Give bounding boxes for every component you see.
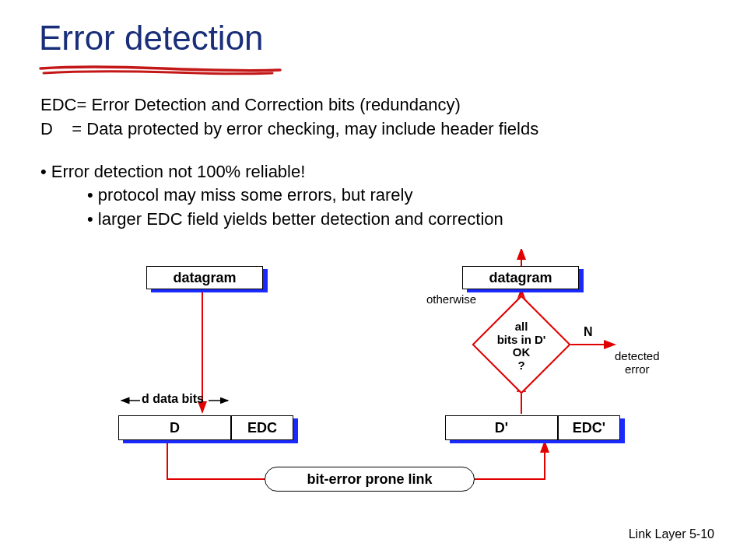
packet-EDC-label: EDC: [230, 420, 294, 436]
bullet-larger-edc: • larger EDC field yields better detecti…: [87, 208, 717, 232]
no-label: N: [584, 325, 593, 339]
detected-error-label: detected error: [615, 350, 660, 376]
datagram-box-sender: datagram: [146, 266, 263, 289]
body-text-block: EDC= Error Detection and Correction bits…: [40, 93, 717, 232]
datagram-box-receiver: datagram: [462, 266, 579, 289]
title-underline: [39, 64, 288, 78]
packet-EDCprime-label: EDC': [557, 420, 621, 436]
bullet-miss: • protocol may miss some errors, but rar…: [87, 184, 717, 208]
slide-title: Error detection: [39, 19, 264, 58]
packet-receiver: D' EDC': [445, 415, 620, 440]
packet-sender: D EDC: [118, 415, 293, 440]
link-box: bit-error prone link: [265, 467, 475, 492]
d-definition: D = Data protected by error checking, ma…: [40, 117, 717, 142]
error-detection-diagram: datagram datagram otherwise all bits in …: [101, 249, 700, 513]
otherwise-label: otherwise: [426, 292, 476, 306]
slide-footer: Link Layer 5-10: [629, 527, 714, 541]
d-data-bits-label: d data bits: [142, 392, 204, 406]
edc-definition: EDC= Error Detection and Correction bits…: [40, 93, 717, 117]
packet-D-label: D: [119, 420, 230, 436]
packet-Dprime-label: D': [446, 420, 557, 436]
bullet-reliability: • Error detection not 100% reliable!: [40, 160, 717, 184]
diamond-text: all bits in D' OK ?: [482, 320, 560, 372]
